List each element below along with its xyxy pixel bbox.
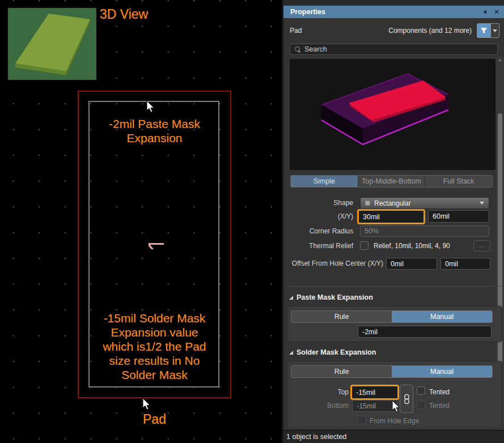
from-hole-edge-checkbox <box>358 416 366 424</box>
mouse-cursor-icon <box>142 398 151 411</box>
solder-mask-section-header[interactable]: Solder Mask Expansion <box>289 348 376 356</box>
tented-bottom-label: Tented <box>429 402 450 410</box>
pad-x-size-highlight <box>357 209 425 224</box>
paste-mask-manual-button[interactable]: Manual <box>392 311 492 322</box>
panel-titlebar: Properties ▼ ✕ <box>283 6 504 18</box>
object-type-label: Pad <box>290 27 302 35</box>
panel-collapse-icon[interactable]: ▼ <box>482 9 488 15</box>
tented-top-label: Tented <box>429 388 450 396</box>
solder-mask-top-label: Top <box>283 388 349 396</box>
tab-simple[interactable]: Simple <box>291 176 358 187</box>
stack-mode-tabs: Simple Top-Middle-Bottom Full Stack <box>290 175 493 188</box>
section-divider <box>288 286 501 287</box>
thermal-relief-label: Thermal Relief <box>283 242 353 250</box>
mouse-cursor-icon <box>146 100 155 113</box>
shape-dropdown[interactable]: Rectangular <box>360 197 489 209</box>
panel-title: Properties <box>290 8 477 16</box>
search-icon <box>295 46 300 52</box>
solder-mask-annotation: -15mil Solder Mask Expansion value which… <box>74 311 235 382</box>
pad-origin-marker <box>145 240 166 252</box>
paste-mask-mode-toggle: Rule Manual <box>291 310 493 323</box>
funnel-icon <box>480 27 488 35</box>
3d-view-label: 3D View <box>100 7 148 22</box>
mouse-cursor-icon <box>392 400 401 413</box>
pad-annotation: Pad <box>78 412 231 427</box>
object-selector-row: Pad Components (and 12 more) <box>283 23 504 39</box>
tented-bottom-checkbox <box>417 401 425 409</box>
solder-mask-bottom-input <box>352 400 397 412</box>
solder-mask-manual-button[interactable]: Manual <box>392 366 492 377</box>
shape-value: Rectangular <box>374 199 411 207</box>
solder-mask-top-highlight <box>350 385 399 400</box>
shape-label: Shape <box>283 199 353 207</box>
paste-mask-section-title: Paste Mask Expansion <box>297 293 373 301</box>
tab-top-middle-bottom[interactable]: Top-Middle-Bottom <box>358 176 425 187</box>
scroll-up-icon[interactable]: ▲ <box>496 58 504 62</box>
paste-mask-section-header[interactable]: Paste Mask Expansion <box>289 293 373 301</box>
chevron-down-icon <box>493 29 497 32</box>
solder-mask-mode-toggle: Rule Manual <box>291 365 493 378</box>
tented-top-checkbox[interactable] <box>417 386 425 395</box>
solder-mask-section-title: Solder Mask Expansion <box>297 348 376 356</box>
filter-button[interactable] <box>477 23 491 38</box>
pad-y-size-input[interactable] <box>428 210 489 223</box>
solder-mask-top-input[interactable] <box>352 386 397 398</box>
search-input[interactable] <box>304 45 475 53</box>
thermal-relief-more-button[interactable]: ... <box>473 240 490 252</box>
filter-dropdown-button[interactable] <box>491 23 499 38</box>
properties-panel: Properties ▼ ✕ Pad Components (and 12 mo… <box>282 0 504 443</box>
offset-x-input[interactable] <box>386 258 437 270</box>
thermal-relief-checkbox[interactable] <box>360 241 369 250</box>
rectangle-shape-icon <box>365 201 370 206</box>
tab-full-stack[interactable]: Full Stack <box>425 176 492 187</box>
link-values-button[interactable] <box>400 385 413 413</box>
chevron-down-icon <box>480 202 484 205</box>
scope-label: Components (and 12 more) <box>388 27 472 35</box>
corner-radius-input <box>360 225 489 237</box>
solder-mask-rule-button[interactable]: Rule <box>291 366 392 377</box>
paste-mask-annotation: -2mil Paste Mask Expansion <box>74 117 235 145</box>
panel-top-strip <box>283 0 504 6</box>
status-text: 1 object is selected <box>286 433 346 441</box>
pcb-canvas[interactable]: 3D View -2mil Paste Mask Expansion -15mi… <box>0 0 282 443</box>
panel-close-icon[interactable]: ✕ <box>494 8 499 16</box>
pad-3d-preview[interactable] <box>290 59 495 170</box>
offset-label: Offset From Hole Center (X/Y) <box>283 259 383 267</box>
pad-x-size-input[interactable] <box>359 211 423 223</box>
section-expand-icon <box>289 296 293 300</box>
pad-3d-render <box>290 59 495 170</box>
xy-label: (X/Y) <box>283 212 353 220</box>
chain-link-icon <box>403 394 410 404</box>
corner-radius-label: Corner Radius <box>283 227 353 235</box>
search-box[interactable] <box>290 44 498 55</box>
thermal-relief-value: Relief, 10mil, 10mil, 4, 90 <box>374 242 450 250</box>
section-expand-icon <box>289 351 293 355</box>
from-hole-edge-label: From Hole Edge <box>370 417 419 425</box>
status-bar: 1 object is selected <box>283 430 504 443</box>
green-board-3d <box>8 8 96 80</box>
offset-y-input[interactable] <box>441 258 490 270</box>
paste-mask-rule-button[interactable]: Rule <box>291 311 392 322</box>
3d-view-thumbnail <box>8 8 96 80</box>
paste-mask-value-input[interactable] <box>358 326 492 338</box>
solder-mask-bottom-label: Bottom <box>283 402 349 410</box>
